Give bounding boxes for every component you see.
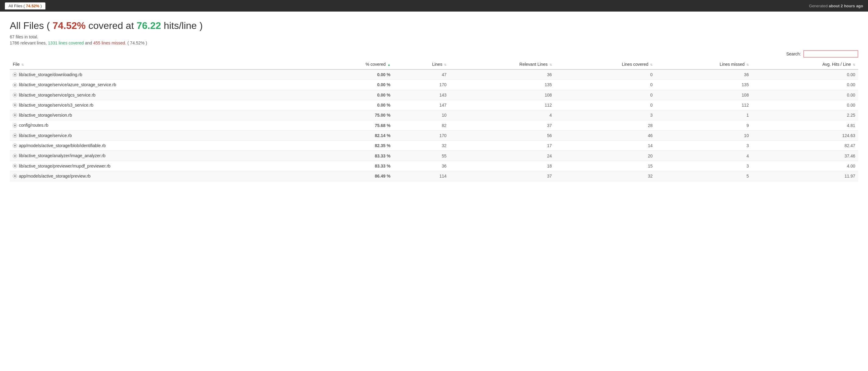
- lines-missed-cell: 135: [656, 80, 752, 90]
- lines-missed-cell: 9: [656, 120, 752, 130]
- lines-missed-cell: 108: [656, 90, 752, 100]
- col-missed-sort-icon: ⇅: [746, 63, 749, 66]
- table-row[interactable]: lib/active_storage/service/s3_service.rb…: [10, 100, 858, 110]
- pct-cell: 83.33 %: [309, 161, 394, 171]
- file-cell[interactable]: lib/active_storage/service.rb: [10, 130, 309, 140]
- lines-stats-line: 1786 relevant lines, 1331 lines covered …: [10, 40, 858, 45]
- avg-hits-cell: 0.00: [752, 69, 858, 80]
- topbar-tab[interactable]: All Files ( 74.52% ): [5, 2, 45, 9]
- lines-cell: 47: [394, 69, 450, 80]
- file-icon: [13, 154, 17, 158]
- col-relevant-lines[interactable]: Relevant Lines ⇅: [450, 60, 555, 69]
- file-cell[interactable]: lib/active_storage/service/azure_storage…: [10, 80, 309, 90]
- table-row[interactable]: lib/active_storage/downloading.rb0.00 %4…: [10, 69, 858, 80]
- file-name: lib/active_storage/service/s3_service.rb: [19, 103, 93, 107]
- pct-cell: 0.00 %: [309, 90, 394, 100]
- file-name: lib/active_storage/previewer/mupdf_previ…: [19, 164, 110, 168]
- lines-cell: 55: [394, 151, 450, 161]
- pct-cell: 86.49 %: [309, 171, 394, 181]
- file-cell[interactable]: lib/active_storage/downloading.rb: [10, 69, 309, 80]
- table-row[interactable]: lib/active_storage/analyzer/image_analyz…: [10, 151, 858, 161]
- col-file-label: File: [13, 62, 20, 67]
- file-cell[interactable]: lib/active_storage/version.rb: [10, 110, 309, 120]
- relevant-lines-cell: 135: [450, 80, 555, 90]
- generated-prefix: Generated: [809, 4, 829, 8]
- relevant-lines-cell: 4: [450, 110, 555, 120]
- lines-covered-cell: 0: [555, 69, 656, 80]
- table-header: File ⇅ % covered ▲ Lines ⇅ Relevant Line…: [10, 60, 858, 69]
- relevant-lines-cell: 108: [450, 90, 555, 100]
- lines-missed-stat: 455 lines missed.: [93, 40, 126, 45]
- relevant-lines-cell: 56: [450, 130, 555, 140]
- lines-missed-cell: 1: [656, 110, 752, 120]
- col-file-sort-icon: ⇅: [21, 63, 24, 66]
- col-lines-missed[interactable]: Lines missed ⇅: [656, 60, 752, 69]
- page-title: All Files ( 74.52% covered at 76.22 hits…: [10, 20, 858, 31]
- col-covered-sort-icon: ⇅: [650, 63, 653, 66]
- relevant-lines-cell: 112: [450, 100, 555, 110]
- pct-cell: 0.00 %: [309, 80, 394, 90]
- col-avg-sort-icon: ⇅: [853, 63, 855, 66]
- table-row[interactable]: app/models/active_storage/preview.rb86.4…: [10, 171, 858, 181]
- lines-covered-cell: 20: [555, 151, 656, 161]
- file-name: lib/active_storage/service.rb: [19, 133, 72, 138]
- lines-covered-cell: 15: [555, 161, 656, 171]
- avg-hits-cell: 37.46: [752, 151, 858, 161]
- col-covered-label: Lines covered: [622, 62, 648, 67]
- file-cell[interactable]: lib/active_storage/service/gcs_service.r…: [10, 90, 309, 100]
- lines-cell: 32: [394, 141, 450, 151]
- file-name: lib/active_storage/service/azure_storage…: [19, 82, 116, 87]
- col-missed-label: Lines missed: [720, 62, 745, 67]
- file-name: lib/active_storage/version.rb: [19, 113, 72, 117]
- lines-cell: 114: [394, 171, 450, 181]
- generated-time: about 2 hours ago: [829, 4, 863, 8]
- file-icon: [13, 133, 17, 138]
- table-row[interactable]: config/routes.rb75.68 %82372894.81: [10, 120, 858, 130]
- lines-covered-cell: 0: [555, 100, 656, 110]
- col-lines-covered[interactable]: Lines covered ⇅: [555, 60, 656, 69]
- avg-hits-cell: 2.25: [752, 110, 858, 120]
- lines-covered-cell: 14: [555, 141, 656, 151]
- table-row[interactable]: lib/active_storage/version.rb75.00 %1043…: [10, 110, 858, 120]
- files-count: 67 files in total.: [10, 34, 38, 39]
- file-icon: [13, 93, 17, 97]
- pct-summary: ( 74.52% ): [126, 40, 147, 45]
- file-name: lib/active_storage/service/gcs_service.r…: [19, 93, 95, 98]
- pct-cell: 82.14 %: [309, 130, 394, 140]
- col-lines[interactable]: Lines ⇅: [394, 60, 450, 69]
- title-middle: covered at: [86, 20, 136, 31]
- table-row[interactable]: app/models/active_storage/blob/identifia…: [10, 141, 858, 151]
- table-row[interactable]: lib/active_storage/previewer/mupdf_previ…: [10, 161, 858, 171]
- file-cell[interactable]: lib/active_storage/analyzer/image_analyz…: [10, 151, 309, 161]
- lines-prefix: 1786 relevant lines,: [10, 40, 48, 45]
- relevant-lines-cell: 37: [450, 120, 555, 130]
- main-content: All Files ( 74.52% covered at 76.22 hits…: [0, 11, 868, 191]
- table-row[interactable]: lib/active_storage/service.rb82.14 %1705…: [10, 130, 858, 140]
- file-cell[interactable]: app/models/active_storage/preview.rb: [10, 171, 309, 181]
- lines-missed-cell: 112: [656, 100, 752, 110]
- lines-missed-cell: 3: [656, 141, 752, 151]
- col-lines-sort-icon: ⇅: [444, 63, 446, 66]
- lines-missed-cell: 3: [656, 161, 752, 171]
- file-cell[interactable]: app/models/active_storage/blob/identifia…: [10, 141, 309, 151]
- col-file[interactable]: File ⇅: [10, 60, 309, 69]
- file-cell[interactable]: lib/active_storage/previewer/mupdf_previ…: [10, 161, 309, 171]
- col-pct-covered[interactable]: % covered ▲: [309, 60, 394, 69]
- header-row: File ⇅ % covered ▲ Lines ⇅ Relevant Line…: [10, 60, 858, 69]
- col-avg-hits[interactable]: Avg. Hits / Line ⇅: [752, 60, 858, 69]
- table-row[interactable]: lib/active_storage/service/azure_storage…: [10, 80, 858, 90]
- lines-cell: 170: [394, 130, 450, 140]
- file-name: lib/active_storage/analyzer/image_analyz…: [19, 153, 105, 158]
- lines-missed-cell: 5: [656, 171, 752, 181]
- file-icon: [13, 123, 17, 128]
- table-row[interactable]: lib/active_storage/service/gcs_service.r…: [10, 90, 858, 100]
- file-name: app/models/active_storage/blob/identifia…: [19, 143, 106, 148]
- file-cell[interactable]: config/routes.rb: [10, 120, 309, 130]
- lines-covered-cell: 0: [555, 80, 656, 90]
- file-name: app/models/active_storage/preview.rb: [19, 174, 91, 178]
- pct-cell: 0.00 %: [309, 100, 394, 110]
- col-lines-label: Lines: [432, 62, 442, 67]
- file-icon: [13, 164, 17, 168]
- search-input[interactable]: [803, 50, 858, 58]
- file-cell[interactable]: lib/active_storage/service/s3_service.rb: [10, 100, 309, 110]
